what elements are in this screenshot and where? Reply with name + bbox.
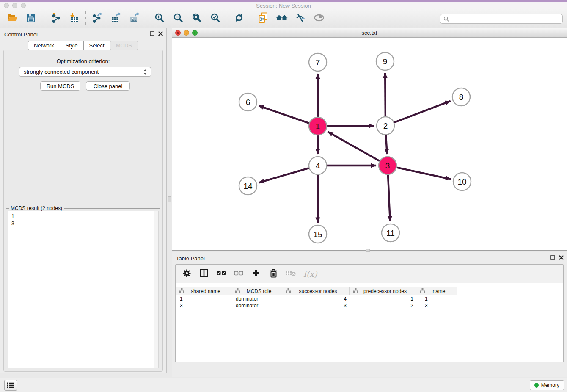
- column-header-predecessor-nodes[interactable]: predecessor nodes: [350, 287, 416, 295]
- zoom-out-button[interactable]: [171, 12, 184, 25]
- export-image-button[interactable]: [129, 12, 141, 25]
- optimization-criterion-select[interactable]: strongly connected component: [19, 67, 151, 77]
- column-header-name[interactable]: name: [416, 287, 457, 295]
- graph-node-8[interactable]: 8: [452, 88, 470, 106]
- network-close-button[interactable]: x: [175, 30, 181, 36]
- tab-style[interactable]: Style: [60, 41, 84, 50]
- graph-node-2[interactable]: 2: [377, 117, 394, 135]
- edge-3-10[interactable]: [397, 168, 451, 179]
- edge-3-1[interactable]: [328, 132, 380, 161]
- edge-2-3[interactable]: [386, 135, 387, 154]
- import-table-button[interactable]: [67, 12, 80, 25]
- memory-label: Memory: [541, 382, 559, 388]
- save-session-button[interactable]: [25, 12, 37, 25]
- search-box[interactable]: [440, 14, 563, 24]
- node-table-container: f(x) shared nameMCDS rolesuccessor nodes…: [175, 264, 564, 362]
- node-label: 3: [385, 161, 390, 170]
- main-toolbar: [0, 9, 567, 28]
- mcds-result-title: MCDS result (2 nodes): [9, 205, 64, 211]
- node-label: 1: [316, 122, 320, 131]
- control-panel-tabs: NetworkStyleSelectMCDS: [0, 41, 166, 50]
- column-label: predecessor nodes: [358, 288, 416, 294]
- edge-2-8[interactable]: [394, 101, 451, 123]
- float-table-panel-icon[interactable]: [550, 255, 555, 260]
- tab-network[interactable]: Network: [28, 41, 60, 50]
- network-window-titlebar[interactable]: scc.txt x - +: [172, 28, 567, 38]
- task-history-button[interactable]: [4, 380, 17, 391]
- graph-node-9[interactable]: 9: [376, 52, 394, 70]
- run-mcds-button[interactable]: Run MCDS: [40, 81, 80, 91]
- memory-button[interactable]: Memory: [530, 380, 564, 390]
- graph-node-6[interactable]: 6: [239, 93, 257, 111]
- graph-node-14[interactable]: 14: [239, 177, 257, 195]
- clone-network-icon: [258, 12, 269, 25]
- graph-node-7[interactable]: 7: [309, 53, 327, 71]
- export-network-icon: [92, 12, 103, 25]
- deselect-all-button[interactable]: [234, 269, 243, 279]
- tab-select[interactable]: Select: [83, 41, 110, 50]
- tab-mcds[interactable]: MCDS: [110, 41, 138, 50]
- home-layout-icon: [276, 13, 288, 24]
- edge-1-6[interactable]: [259, 106, 309, 123]
- close-panel-button[interactable]: Close panel: [86, 81, 130, 91]
- toggle-panel-columns-button[interactable]: [199, 269, 209, 279]
- edge-1-2[interactable]: [327, 126, 374, 126]
- mcds-result-area[interactable]: 13: [8, 211, 159, 368]
- zoom-out-icon: [173, 13, 183, 24]
- node-label: 15: [313, 230, 322, 239]
- table-cell: 4: [282, 295, 350, 302]
- zoom-in-button[interactable]: [153, 12, 165, 25]
- edge-4-14[interactable]: [259, 168, 309, 182]
- hide-graphics-details-button[interactable]: [294, 12, 307, 25]
- home-layout-button[interactable]: [275, 12, 288, 25]
- network-canvas[interactable]: 7968124314101511: [172, 38, 567, 250]
- graph-node-3[interactable]: 3: [379, 157, 396, 174]
- control-panel-title: Control Panel: [4, 31, 38, 38]
- select-all-button[interactable]: [217, 269, 226, 279]
- show-graphics-details-button[interactable]: [313, 12, 325, 25]
- save-session-icon: [26, 13, 36, 24]
- close-panel-icon[interactable]: [158, 31, 163, 36]
- graph-node-10[interactable]: 10: [453, 173, 471, 190]
- delete-column-button[interactable]: [269, 269, 278, 279]
- node-label: 14: [243, 182, 253, 190]
- open-session-button[interactable]: [6, 12, 19, 25]
- refresh-network-button[interactable]: [233, 12, 245, 25]
- import-network-button[interactable]: [49, 12, 61, 25]
- zoom-selected-button[interactable]: [209, 12, 221, 25]
- network-zoom-button[interactable]: +: [192, 30, 198, 36]
- column-label: successor nodes: [291, 288, 349, 294]
- horizontal-splitter-handle[interactable]: [366, 249, 370, 252]
- clone-network-button[interactable]: [257, 12, 270, 25]
- mcds-result-box: MCDS result (2 nodes) 13: [6, 208, 160, 370]
- column-sort-tree-icon: [282, 288, 291, 294]
- table-panel-title: Table Panel: [176, 255, 205, 262]
- graph-node-15[interactable]: 15: [309, 225, 327, 243]
- network-minimize-button[interactable]: -: [184, 30, 189, 36]
- result-scrollbar[interactable]: [154, 211, 158, 368]
- edge-2-9[interactable]: [385, 73, 385, 116]
- export-network-button[interactable]: [91, 12, 104, 25]
- memory-status-icon: [534, 383, 539, 388]
- edge-3-11[interactable]: [388, 175, 390, 221]
- table-row[interactable]: 1dominator411: [176, 295, 563, 302]
- close-table-panel-icon[interactable]: [559, 255, 564, 260]
- search-input[interactable]: [449, 15, 562, 23]
- column-header-successor-nodes[interactable]: successor nodes: [282, 287, 350, 295]
- float-panel-icon[interactable]: [150, 31, 154, 36]
- column-header-shared-name[interactable]: shared name: [176, 287, 231, 295]
- export-table-button[interactable]: [110, 12, 123, 25]
- graph-node-4[interactable]: 4: [309, 157, 327, 174]
- table-row[interactable]: 3dominator323: [176, 302, 563, 309]
- graph-node-11[interactable]: 11: [382, 224, 399, 242]
- deselect-all-icon: [234, 270, 243, 278]
- column-header-MCDS-role[interactable]: MCDS role: [231, 287, 282, 295]
- zoom-fit-button[interactable]: [190, 12, 203, 25]
- vertical-splitter-handle[interactable]: [168, 196, 171, 202]
- node-label: 2: [383, 121, 388, 130]
- add-column-button[interactable]: [251, 269, 261, 279]
- graph-node-1[interactable]: 1: [309, 117, 327, 135]
- table-settings-gear-button[interactable]: [182, 269, 191, 279]
- delete-table-icon: [286, 270, 296, 278]
- function-builder-icon: f(x): [303, 269, 317, 279]
